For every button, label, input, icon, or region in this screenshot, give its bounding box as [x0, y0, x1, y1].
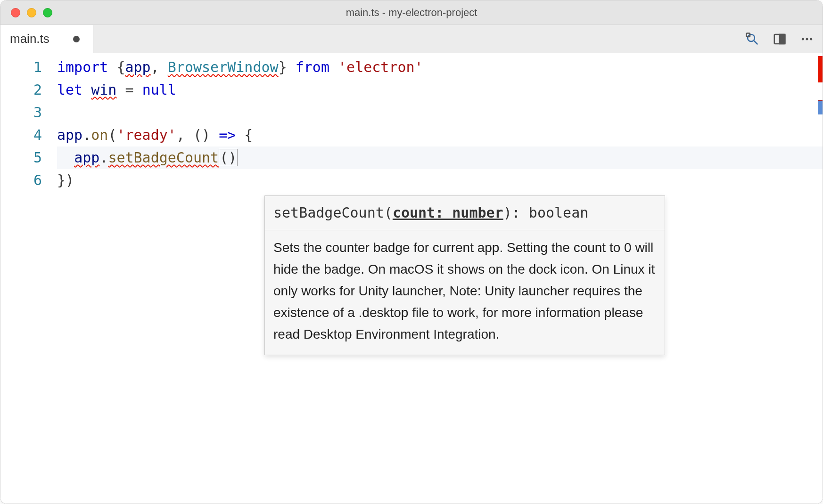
svg-point-6: [802, 38, 804, 40]
signature-line: setBadgeCount(count: number): boolean: [265, 196, 665, 230]
code-line-6[interactable]: }): [57, 169, 823, 192]
ruler-error-marker[interactable]: [818, 56, 823, 82]
traffic-lights: [11, 8, 52, 17]
code-line-1[interactable]: import {app, BrowserWindow} from 'electr…: [57, 56, 823, 79]
line-number: 5: [0, 146, 42, 169]
tab-bar: main.ts: [0, 25, 823, 53]
window-title: main.ts - my-electron-project: [0, 7, 823, 19]
svg-rect-5: [780, 34, 785, 44]
more-actions-icon[interactable]: [800, 32, 814, 46]
line-number: 6: [0, 169, 42, 192]
close-window-button[interactable]: [11, 8, 20, 17]
titlebar: main.ts - my-electron-project: [0, 0, 823, 25]
code-area[interactable]: import {app, BrowserWindow} from 'electr…: [57, 53, 823, 504]
line-number: 2: [0, 79, 42, 101]
code-line-5[interactable]: app.setBadgeCount(): [57, 146, 823, 169]
minimize-window-button[interactable]: [27, 8, 36, 17]
svg-line-1: [754, 41, 758, 44]
svg-point-8: [810, 38, 812, 40]
line-number-gutter: 1 2 3 4 5 6: [0, 53, 57, 504]
line-number: 4: [0, 124, 42, 146]
code-line-2[interactable]: let win = null: [57, 79, 823, 101]
svg-point-0: [748, 34, 755, 41]
code-editor[interactable]: 1 2 3 4 5 6 import {app, BrowserWindow} …: [0, 53, 823, 504]
svg-rect-2: [747, 33, 750, 37]
signature-doc: Sets the counter badge for current app. …: [265, 230, 665, 355]
code-line-3[interactable]: [57, 101, 823, 124]
signature-help-tooltip: setBadgeCount(count: number): boolean Se…: [264, 195, 665, 355]
line-number: 3: [0, 101, 42, 124]
ruler-cursor-marker[interactable]: [818, 100, 823, 114]
code-line-4[interactable]: app.on('ready', () => {: [57, 124, 823, 146]
tab-label: main.ts: [10, 32, 49, 46]
editor-actions: [745, 25, 814, 53]
maximize-window-button[interactable]: [43, 8, 52, 17]
find-replace-icon[interactable]: [745, 32, 759, 46]
line-number: 1: [0, 56, 42, 79]
split-editor-icon[interactable]: [773, 32, 787, 46]
tab-main-ts[interactable]: main.ts: [0, 25, 93, 53]
svg-point-7: [806, 38, 808, 40]
editor-window: main.ts - my-electron-project main.ts: [0, 0, 823, 504]
dirty-indicator-icon: [73, 36, 80, 42]
